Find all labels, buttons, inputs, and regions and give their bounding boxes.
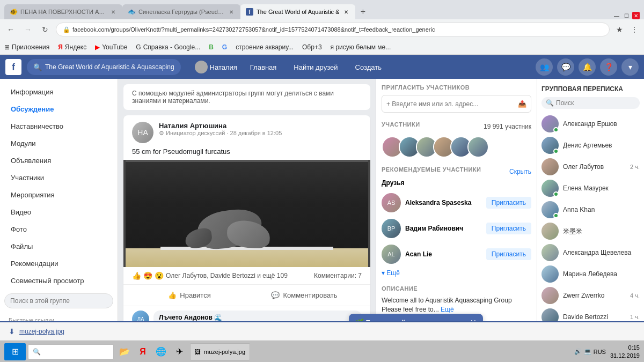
- chat-search-input[interactable]: [556, 99, 635, 107]
- maximize-button[interactable]: ☐: [623, 12, 630, 19]
- online-user-2[interactable]: Денис Артемьев: [541, 135, 640, 156]
- facebook-logo: f: [5, 59, 21, 75]
- network-icon[interactable]: 💻: [584, 348, 591, 355]
- taskbar-search-input[interactable]: [43, 348, 109, 356]
- sidebar-item-mentoring[interactable]: Наставничество: [2, 118, 115, 135]
- google-icon: G: [136, 43, 141, 51]
- taskbar-icon-yandex[interactable]: Я: [134, 343, 151, 360]
- invite-btn-3[interactable]: Пригласить: [486, 248, 531, 260]
- sidebar-item-photo[interactable]: Фото: [2, 221, 115, 238]
- taskbar-icon-explorer[interactable]: 📂: [116, 343, 133, 360]
- description-text: Welcome all to Aquaristik Aquascaping Gr…: [382, 296, 531, 314]
- sidebar-search-input[interactable]: [4, 293, 113, 308]
- taskbar-search-box[interactable]: 🔍: [28, 344, 114, 359]
- online-user-4[interactable]: Елена Мазурек: [541, 178, 640, 199]
- online-name-4: Елена Мазурек: [563, 184, 640, 192]
- invite-btn-1[interactable]: Пригласить: [486, 197, 531, 209]
- bookmark-aquarium[interactable]: строение аквариу...: [236, 43, 294, 51]
- post-role: ⚙ Инициатор дискуссий · 28 декабря в 12:…: [159, 130, 362, 137]
- bookmark-youtube[interactable]: ▶ YouTube: [95, 43, 127, 51]
- sidebar-item-modules[interactable]: Модули: [2, 135, 115, 152]
- forward-button[interactable]: →: [21, 23, 34, 36]
- back-button[interactable]: ←: [4, 23, 17, 36]
- reaction-text[interactable]: Олег Лабутов, Davide Bertozzi и ещё 109: [166, 272, 288, 279]
- hide-button[interactable]: Скрыть: [509, 168, 531, 175]
- invite-send-icon[interactable]: 📤: [518, 100, 526, 108]
- sidebar-item-members[interactable]: Участники: [2, 169, 115, 186]
- sidebar-item-announcements[interactable]: Объявления: [2, 152, 115, 169]
- online-user-9[interactable]: Zwerr Zwerrko 4 ч.: [541, 285, 640, 306]
- bookmark-obr[interactable]: Обр+3: [302, 43, 322, 51]
- like-button[interactable]: 👍 Нравится: [132, 287, 247, 304]
- see-more-button[interactable]: Ещё: [441, 306, 454, 313]
- bookmark-yandex[interactable]: Я Яндекс: [58, 43, 86, 51]
- close-button[interactable]: ✕: [632, 12, 640, 19]
- post-content: 55 cm for Pseudomugil furcatus: [123, 147, 370, 160]
- sidebar-item-events[interactable]: Мероприятия: [2, 187, 115, 203]
- sidebar-item-recommendations[interactable]: Рекомендации: [2, 255, 115, 272]
- bookmark-apps[interactable]: ⊞ Приложения: [4, 43, 49, 51]
- online-user-6[interactable]: 米墨米: [541, 220, 640, 242]
- tab-1[interactable]: 🐠 ПЕНА НА ПОВЕРХНОСТИ АКВ... ✕: [4, 4, 122, 19]
- fb-nav-create[interactable]: Создать: [351, 61, 386, 73]
- fb-messages-icon[interactable]: 💬: [557, 58, 574, 76]
- address-input[interactable]: 🔒 facebook.com/groups/OliverKnott/?multi…: [56, 23, 610, 36]
- center-feed: С помощью модулей администраторы групп м…: [118, 79, 376, 362]
- refresh-button[interactable]: ↻: [39, 23, 52, 36]
- new-tab-button[interactable]: +: [355, 4, 370, 19]
- tank-right: [368, 160, 370, 267]
- aquarium-scene: [123, 160, 370, 267]
- online-user-3[interactable]: Олег Лабутов 2 ч.: [541, 156, 640, 178]
- bookmark-b[interactable]: B: [209, 43, 214, 51]
- tab-3[interactable]: f The Great World of Aquaristic & ✕: [240, 4, 355, 19]
- fb-nav-find-friends[interactable]: Найти друзей: [289, 61, 342, 73]
- tab-3-close[interactable]: ✕: [342, 8, 350, 16]
- comment-button[interactable]: 💬 Комментировать: [247, 287, 362, 304]
- sidebar-item-discussion[interactable]: Обсуждение: [2, 101, 115, 117]
- description-section: ОПИСАНИЕ Welcome all to Aquaristik Aquas…: [382, 285, 531, 314]
- fb-notifications-icon[interactable]: 🔔: [579, 58, 596, 76]
- menu-icon[interactable]: ⋮: [629, 24, 640, 35]
- tab-1-close[interactable]: ✕: [109, 8, 117, 16]
- download-filename[interactable]: muzej-polya.jpg: [19, 328, 64, 335]
- fb-nav-home[interactable]: Главная: [246, 61, 281, 73]
- online-user-8[interactable]: Марина Лебедева: [541, 263, 640, 285]
- online-avatar-4: [541, 180, 559, 197]
- tab-2-title: Синегласка Гертруды (Pseudom...: [138, 9, 224, 15]
- apps-icon: ⊞: [4, 43, 10, 51]
- online-user-7[interactable]: Александра Щевелева: [541, 242, 640, 263]
- tab-2[interactable]: 🐟 Синегласка Гертруды (Pseudom... ✕: [122, 4, 240, 19]
- fb-account-icon[interactable]: ▾: [621, 58, 639, 76]
- online-user-1[interactable]: Александр Ершов: [541, 113, 640, 135]
- taskbar-app-1[interactable]: 🖼 muzej-polya.jpg: [190, 343, 250, 360]
- sidebar-item-info[interactable]: Информация: [2, 84, 115, 100]
- fb-help-icon[interactable]: ❓: [600, 58, 617, 76]
- sidebar-item-watch-together[interactable]: Совместный просмотр: [2, 272, 115, 289]
- comment-1-author: Лъчето Андонов 🌊: [159, 314, 356, 321]
- start-button[interactable]: ⊞: [4, 343, 26, 360]
- taskbar-right: 🔊 💻 RUS 0:15 31.12.2019: [574, 344, 640, 359]
- bookmark-google-help[interactable]: G Справка - Google...: [136, 43, 200, 51]
- more-button[interactable]: ▾ Ещё: [382, 269, 531, 277]
- facebook-search-box[interactable]: 🔍 The Great World of Aquaristic & Aquasc…: [27, 59, 181, 75]
- tab-2-close[interactable]: ✕: [228, 8, 235, 16]
- taskbar-icon-telegram[interactable]: ✈: [171, 343, 188, 360]
- invite-btn-2[interactable]: Пригласить: [486, 223, 531, 234]
- invite-input[interactable]: [386, 100, 514, 108]
- sidebar-item-video[interactable]: Видео: [2, 204, 115, 220]
- minimize-button[interactable]: —: [613, 12, 620, 19]
- volume-icon[interactable]: 🔊: [574, 348, 582, 355]
- invite-box[interactable]: 📤: [382, 95, 531, 113]
- star-icon[interactable]: ★: [614, 24, 625, 35]
- online-name-6: 米墨米: [563, 227, 640, 236]
- online-user-5[interactable]: Anna Khan: [541, 199, 640, 220]
- comments-count[interactable]: Комментарии: 7: [314, 272, 362, 279]
- chat-search[interactable]: 🔍: [541, 97, 640, 109]
- bookmark-draw[interactable]: я рисую белым ме...: [331, 43, 391, 51]
- language-indicator[interactable]: RUS: [594, 349, 606, 355]
- taskbar-icon-chrome[interactable]: 🌐: [152, 343, 170, 360]
- bookmark-g[interactable]: G: [222, 43, 227, 51]
- sidebar-item-files[interactable]: Файлы: [2, 238, 115, 255]
- fb-user-button[interactable]: Наталия: [195, 61, 237, 73]
- fb-friends-icon[interactable]: 👥: [536, 58, 553, 76]
